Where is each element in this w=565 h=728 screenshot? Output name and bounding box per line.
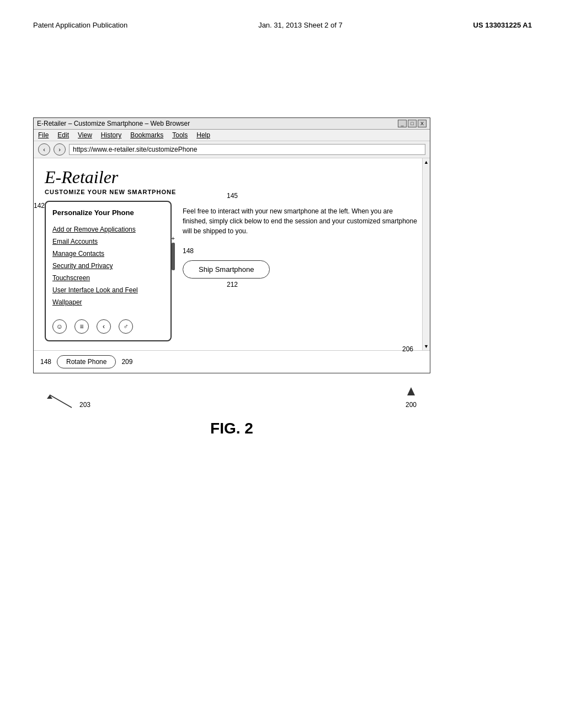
svg-marker-1 <box>47 395 52 399</box>
phone-screen-title: Personalize Your Phone <box>52 208 164 217</box>
label-142: 142 <box>34 202 45 210</box>
phone-icon-home[interactable]: ☺ <box>52 319 67 334</box>
ship-smartphone-button[interactable]: Ship Smartphone <box>183 260 270 279</box>
menu-ui-look-feel[interactable]: User Interface Look and Feel <box>52 286 164 294</box>
ship-button-container: Ship Smartphone 212 <box>183 260 419 288</box>
figure-label: FIG. 2 <box>210 420 253 437</box>
browser-navbar: ‹ › <box>34 141 430 158</box>
svg-marker-2 <box>407 387 415 395</box>
phone-icon-back[interactable]: ‹ <box>97 319 111 334</box>
right-column: Feel free to interact with your new smar… <box>183 201 419 341</box>
browser-scrollbar: ▲ ▼ <box>422 158 430 350</box>
patent-right: US 133031225 A1 <box>473 21 532 29</box>
label-148-mid: 148 <box>183 247 419 255</box>
menu-bookmarks[interactable]: Bookmarks <box>130 131 163 139</box>
scroll-up-arrow[interactable]: ▲ <box>423 158 430 166</box>
browser-controls: _ □ X <box>398 120 427 127</box>
label-203: 203 <box>79 401 90 409</box>
phone-menu-list: Add or Remove Applications Email Account… <box>52 226 164 306</box>
browser-menubar: File Edit View History Bookmarks Tools H… <box>34 130 430 141</box>
label-200: 200 <box>406 401 417 409</box>
rotate-phone-button[interactable]: Rotate Phone <box>57 355 116 368</box>
callout-200-arrow <box>403 384 419 401</box>
label-212: 212 <box>227 281 238 288</box>
browser-titlebar: E-Retailer – Customize Smartphone – Web … <box>34 118 430 130</box>
browser-window: E-Retailer – Customize Smartphone – Web … <box>33 117 430 373</box>
menu-security-privacy[interactable]: Security and Privacy <box>52 262 164 270</box>
phone-mockup: Personalize Your Phone Add or Remove App… <box>45 201 172 341</box>
menu-help[interactable]: Help <box>196 131 210 139</box>
minimize-button[interactable]: _ <box>398 120 407 127</box>
browser-title: E-Retailer – Customize Smartphone – Web … <box>37 120 190 127</box>
menu-file[interactable]: File <box>38 131 49 139</box>
svg-line-0 <box>50 395 72 408</box>
slider-plus-icon: + <box>172 235 175 242</box>
menu-history[interactable]: History <box>101 131 121 139</box>
label-148-bottom: 148 <box>40 358 51 366</box>
patent-center: Jan. 31, 2013 Sheet 2 of 7 <box>258 21 343 29</box>
close-button[interactable]: X <box>418 120 427 127</box>
menu-tools[interactable]: Tools <box>172 131 188 139</box>
menu-wallpaper[interactable]: Wallpaper <box>52 298 164 306</box>
slider-handle[interactable] <box>172 243 175 270</box>
menu-edit[interactable]: Edit <box>57 131 69 139</box>
label-209: 209 <box>121 358 132 366</box>
callout-203-arrow <box>44 392 77 409</box>
phone-icon-menu[interactable]: ≡ <box>74 319 89 334</box>
phone-bottom-icons: ☺ ≡ ‹ ♂ <box>52 315 164 334</box>
site-header: E-Retailer CUSTOMIZE YOUR NEW SMARTPHONE <box>45 167 419 195</box>
forward-button[interactable]: › <box>54 143 66 156</box>
label-145: 145 <box>227 192 238 200</box>
maximize-button[interactable]: □ <box>408 120 417 127</box>
menu-view[interactable]: View <box>78 131 92 139</box>
menu-touchscreen[interactable]: Touchscreen <box>52 274 164 282</box>
back-button[interactable]: ‹ <box>38 143 50 156</box>
phone-icon-profile[interactable]: ♂ <box>119 319 133 334</box>
site-logo: E-Retailer <box>45 167 419 188</box>
url-bar[interactable] <box>69 144 425 155</box>
menu-add-remove[interactable]: Add or Remove Applications <box>52 226 164 233</box>
description-text: Feel free to interact with your new smar… <box>183 206 419 236</box>
callout-203-container: 203 <box>44 392 90 409</box>
patent-left: Patent Application Publication <box>33 21 127 29</box>
label-206: 206 <box>402 345 413 353</box>
scroll-down-arrow[interactable]: ▼ <box>423 342 430 350</box>
callout-200-container: 200 <box>403 384 419 409</box>
site-columns: 142 145 Personalize Your Phone Add or Re… <box>45 201 419 341</box>
browser-bottom-bar: 148 Rotate Phone 209 206 <box>34 350 430 373</box>
menu-manage-contacts[interactable]: Manage Contacts <box>52 250 164 258</box>
menu-email-accounts[interactable]: Email Accounts <box>52 238 164 245</box>
